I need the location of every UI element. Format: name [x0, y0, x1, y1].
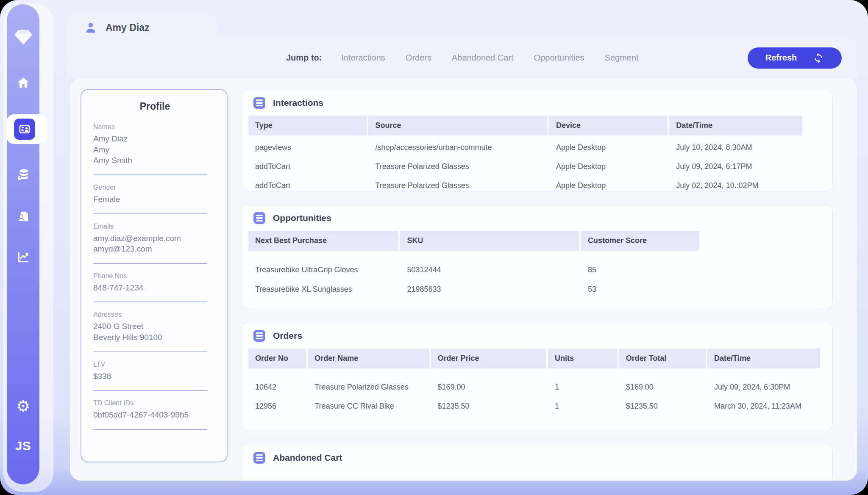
opportunities-section: Opportunities Next Best PurchaseSKUCusto… — [242, 204, 833, 309]
interactions-section: Interactions TypeSourceDeviceDate/Timepa… — [242, 89, 833, 191]
table-cell: March 30, 2024, 11:23AM — [707, 402, 820, 411]
gear-icon: ⚙ — [16, 398, 30, 414]
column-header: SKU — [400, 231, 579, 251]
profile-value: amy.diaz@example.com — [93, 233, 217, 244]
table-cell: Apple Desktop — [549, 181, 668, 190]
jump-nav-link[interactable]: Interactions — [341, 53, 385, 63]
table-cell: $169.00 — [619, 383, 706, 392]
table-cell: July 10, 2024, 8:30AM — [669, 143, 802, 152]
profile-value: Amy Diaz — [93, 133, 217, 144]
orders-section: Orders Order NoOrder NameOrder PriceUnit… — [242, 322, 833, 431]
column-header: Device — [549, 116, 668, 136]
profile-field-label: Emails — [93, 223, 217, 230]
list-icon — [253, 452, 265, 464]
jump-nav-link[interactable]: Opportunities — [534, 53, 584, 63]
home-icon — [17, 76, 30, 89]
table-cell: 21985633 — [400, 285, 579, 294]
table-cell: 1 — [548, 383, 618, 392]
customer-name: Amy Diaz — [106, 22, 150, 33]
refresh-icon — [813, 53, 824, 64]
list-icon — [253, 330, 265, 342]
main-panel: Profile Names Amy DiazAmyAmy Smith Gende… — [70, 78, 857, 481]
divider — [93, 301, 207, 302]
table-body: 10642Treasure Polarized Glasses$169.001$… — [248, 368, 826, 420]
table-body: pageviews/shop/accessories/urban-commute… — [248, 136, 826, 191]
table-cell: Treasurebike XL Sunglasses — [248, 285, 398, 294]
contact-card-icon — [14, 119, 35, 140]
table-body: Treasurebike UltraGrip Gloves5031244485T… — [248, 251, 826, 303]
jump-nav-link[interactable]: Abandoned Cart — [452, 53, 514, 63]
section-title: Abandoned Cart — [273, 453, 342, 463]
opportunities-table: Next Best PurchaseSKUCustomer ScoreTreas… — [248, 231, 826, 303]
divider — [93, 390, 207, 391]
profile-field-label: Gender — [93, 184, 217, 191]
refresh-button-label: Refresh — [765, 53, 797, 63]
column-header: Customer Score — [581, 231, 699, 251]
profile-value: Amy Smith — [93, 155, 217, 166]
table-header-row: TypeSourceDeviceDate/Time — [248, 116, 826, 136]
table-cell: $1235.50 — [431, 402, 547, 411]
orders-table: Order NoOrder NameOrder PriceUnitsOrder … — [248, 348, 826, 420]
profile-value: $338 — [93, 371, 217, 382]
profile-field-values: Female — [93, 194, 217, 205]
table-cell: Treasurebike UltraGrip Gloves — [248, 265, 398, 274]
table-cell: 50312444 — [400, 265, 579, 274]
table-cell: July 09, 2024, 6:17PM — [669, 162, 802, 171]
app-window: ⚙ JS Amy Diaz Jump to: InteractionsOrder… — [0, 0, 868, 495]
sidebar-item-settings[interactable]: ⚙ — [16, 399, 31, 413]
profile-field: Phone Nos 848-747-1234 — [93, 272, 217, 303]
divider — [93, 213, 207, 214]
table-cell: Apple Desktop — [549, 143, 668, 152]
table-cell: Treasure Polarized Glasses — [368, 181, 548, 190]
profile-value: 0bf05dd7-4267-4403-99b5 — [93, 409, 217, 420]
profile-title: Profile — [93, 101, 217, 112]
table-cell: addToCart — [248, 162, 367, 171]
data-tools-icon — [17, 168, 30, 182]
sidebar: ⚙ JS — [7, 4, 39, 484]
profile-field: LTV $338 — [93, 361, 217, 391]
table-row: addToCartTreasure Polarized GlassesApple… — [248, 176, 826, 191]
sidebar-item-home[interactable] — [16, 75, 31, 90]
table-cell: Treasure Polarized Glasses — [308, 383, 429, 392]
profile-card: Profile Names Amy DiazAmyAmy Smith Gende… — [81, 89, 228, 462]
sidebar-item-analytics[interactable] — [16, 250, 31, 264]
table-cell: /shop/accessories/urban-commute — [368, 143, 548, 152]
column-header: Date/Time — [669, 116, 802, 136]
column-header: Order Name — [308, 348, 429, 368]
column-header: Date/Time — [707, 348, 820, 368]
jump-nav-link[interactable]: Segment — [605, 53, 639, 63]
profile-field-label: Names — [93, 123, 217, 131]
section-title: Orders — [273, 331, 302, 341]
profile-field-label: TD Client IDs — [93, 399, 217, 407]
abandoned-cart-section: Abandoned Cart — [242, 444, 833, 481]
column-header: Source — [368, 116, 548, 136]
header-band: Jump to: InteractionsOrdersAbandoned Car… — [67, 37, 857, 78]
table-row: addToCartTreasure Polarized GlassesApple… — [248, 157, 826, 176]
profile-field-values: Amy DiazAmyAmy Smith — [93, 133, 217, 166]
sidebar-item-customer-profiles[interactable] — [3, 114, 44, 144]
table-cell: 1 — [548, 402, 618, 411]
profile-field: Names Amy DiazAmyAmy Smith — [93, 123, 217, 175]
jump-nav-link[interactable]: Orders — [406, 53, 431, 63]
table-cell: July 09, 2024, 6:30PM — [707, 383, 820, 392]
profile-fields: Names Amy DiazAmyAmy Smith Gender Female… — [93, 123, 217, 430]
table-row: 10642Treasure Polarized Glasses$169.001$… — [248, 378, 826, 397]
profile-field: TD Client IDs 0bf05dd7-4267-4403-99b5 — [93, 399, 217, 430]
table-cell: 53 — [581, 285, 699, 294]
sidebar-item-audience[interactable] — [16, 209, 31, 224]
divider — [93, 174, 207, 175]
table-cell: $169.00 — [431, 383, 547, 392]
table-cell: Apple Desktop — [549, 162, 668, 171]
refresh-button[interactable]: Refresh — [748, 47, 842, 69]
table-cell: $1235.50 — [619, 402, 706, 411]
table-cell: 12956 — [248, 402, 306, 411]
user-avatar[interactable]: JS — [15, 439, 31, 453]
profile-field-values: 0bf05dd7-4267-4403-99b5 — [93, 409, 217, 420]
column-header: Order Total — [619, 348, 706, 368]
analytics-chart-icon — [17, 251, 30, 263]
table-row: Treasurebike XL Sunglasses2198563353 — [248, 279, 826, 299]
sidebar-item-data[interactable] — [16, 168, 31, 182]
interactions-table: TypeSourceDeviceDate/Timepageviews/shop/… — [248, 116, 826, 191]
profile-field-label: Adresses — [93, 311, 217, 318]
profile-field: Gender Female — [93, 184, 217, 214]
